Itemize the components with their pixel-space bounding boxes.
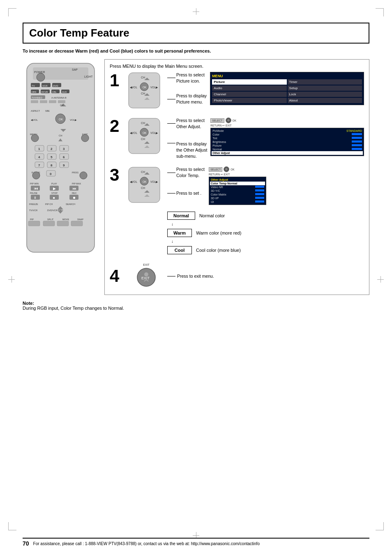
step-2: 2 CH ◀VOL OK VOL▶ CH bbox=[110, 117, 364, 159]
svg-text:A·ANTENNA·B: A·ANTENNA·B bbox=[51, 97, 67, 99]
svg-text:SNAP: SNAP bbox=[77, 218, 83, 221]
step-2-menu: SELECT ⊙ OK RETURN ↩ EXIT PicModeSTANDAR… bbox=[210, 117, 364, 156]
svg-text:PROG: PROG bbox=[72, 171, 78, 174]
corner-mark-tr bbox=[376, 8, 384, 16]
svg-rect-26 bbox=[58, 100, 65, 103]
step-4-instruction: Press to exit menu. bbox=[177, 273, 214, 279]
step-3-number: 3 bbox=[110, 166, 125, 256]
step-3-remote-svg: CH ◀VOL OK VOL▶ CH bbox=[128, 166, 161, 203]
step-1-instruction-bottom: Press to displayPicture menu. bbox=[176, 93, 207, 105]
svg-text:◀VOL: ◀VOL bbox=[130, 86, 137, 89]
cool-box: Cool bbox=[167, 246, 192, 254]
page-content: Color Temp Feature To increase or decrea… bbox=[23, 23, 369, 526]
step-3-right: Press to selectColor Temp. Press to set … bbox=[167, 166, 364, 256]
svg-text:0: 0 bbox=[50, 172, 52, 176]
svg-text:VOL▶: VOL▶ bbox=[150, 86, 158, 89]
svg-rect-97 bbox=[57, 221, 69, 226]
warm-box: Warm bbox=[167, 229, 192, 237]
svg-point-39 bbox=[81, 134, 89, 142]
svg-text:VOL▶: VOL▶ bbox=[150, 180, 158, 183]
svg-text:LIGHT: LIGHT bbox=[84, 75, 93, 78]
instructions-panel: Press MENU to display the Main Menu scre… bbox=[104, 59, 369, 295]
title-box: Color Temp Feature bbox=[23, 23, 369, 44]
note-section: Note: During RGB input, Color Temp chang… bbox=[23, 301, 369, 311]
svg-text:MOVE: MOVE bbox=[62, 218, 69, 221]
color-option-cool: Cool Cool color (more blue) bbox=[167, 246, 364, 254]
svg-text:1: 1 bbox=[38, 147, 40, 151]
step-1: 1 CH ◀VOL OK VOL▶ CH bbox=[110, 72, 364, 110]
content-row: POWER SAP LIGHT TV VCR DVD DBS RCVR C bbox=[23, 59, 369, 295]
svg-text:4: 4 bbox=[38, 155, 40, 159]
svg-rect-98 bbox=[71, 221, 83, 226]
svg-text:3: 3 bbox=[63, 147, 65, 151]
step-3-desc: Press to selectColor Temp. Press to set … bbox=[167, 166, 206, 196]
step-4-right: Press to exit menu. bbox=[167, 273, 364, 279]
remote-container: POWER SAP LIGHT TV VCR DVD DBS RCVR C bbox=[23, 59, 99, 295]
cool-desc: Cool color (more blue) bbox=[196, 248, 241, 253]
arrow-normal-warm: ↓ bbox=[171, 222, 364, 226]
footer-text: For assistance, please call : 1-888-VIEW… bbox=[33, 541, 260, 546]
svg-rect-25 bbox=[49, 100, 56, 103]
step-2-right: Press to selectOther Adjust. Press to di… bbox=[167, 117, 364, 159]
svg-text:REC: REC bbox=[72, 192, 77, 194]
step-3-instruction-top: Press to selectColor Temp. bbox=[176, 166, 205, 178]
svg-text:PIP MAX: PIP MAX bbox=[72, 182, 81, 185]
svg-text:SPLIT: SPLIT bbox=[47, 218, 54, 221]
svg-text:TV/VCR: TV/VCR bbox=[29, 209, 37, 212]
svg-text:CH: CH bbox=[60, 104, 64, 106]
svg-text:DVD: DVD bbox=[53, 85, 58, 87]
step-1-remote: CH ◀VOL OK VOL▶ CH bbox=[128, 72, 165, 110]
svg-text:9: 9 bbox=[63, 164, 65, 167]
svg-text:ASPECT: ASPECT bbox=[31, 110, 40, 112]
step-4-exit-svg: EXIT bbox=[136, 267, 157, 288]
svg-text:◀VOL: ◀VOL bbox=[31, 119, 38, 121]
step-4-number: 4 bbox=[110, 267, 125, 285]
svg-text:CH: CH bbox=[141, 187, 145, 189]
svg-text:SAP: SAP bbox=[72, 68, 78, 71]
svg-text:VCR: VCR bbox=[42, 85, 48, 87]
step-1-remote-svg: CH ◀VOL OK VOL▶ CH bbox=[128, 72, 161, 109]
svg-point-61 bbox=[32, 172, 40, 179]
step-2-number: 2 bbox=[110, 117, 125, 159]
step-3: 3 CH ◀VOL OK VOL▶ CH bbox=[110, 166, 364, 256]
svg-text:5: 5 bbox=[51, 155, 53, 159]
step-1-number: 1 bbox=[110, 72, 125, 110]
remote-svg: POWER SAP LIGHT TV VCR DVD DBS RCVR C bbox=[23, 59, 99, 256]
svg-text:SEARCH: SEARCH bbox=[66, 203, 75, 205]
step-3-menu-area: SELECT ⊙ OK RETURN ↩ EXIT Other Adjust C… bbox=[209, 166, 266, 209]
subtitle: To increase or decrease Warm (red) and C… bbox=[23, 48, 369, 53]
step-2-remote-svg: CH ◀VOL OK VOL▶ CH bbox=[128, 117, 161, 154]
svg-point-65 bbox=[80, 172, 87, 179]
svg-text:PIP WIN: PIP WIN bbox=[30, 182, 39, 185]
color-option-warm: Warm Warm color (more red) bbox=[167, 229, 364, 237]
svg-text:RCVR: RCVR bbox=[42, 91, 48, 93]
corner-mark-bl bbox=[8, 522, 16, 530]
svg-text:CH: CH bbox=[141, 138, 145, 140]
corner-mark-tl bbox=[8, 8, 16, 16]
svg-rect-96 bbox=[43, 221, 55, 226]
corner-mark-br bbox=[376, 522, 384, 530]
svg-text:DBS: DBS bbox=[32, 91, 37, 93]
warm-desc: Warm color (more red) bbox=[196, 230, 241, 235]
step-1-menu: MENU Picture Timer Audio Setup Channel L… bbox=[210, 72, 364, 105]
svg-text:■: ■ bbox=[53, 196, 55, 200]
svg-text:◀VOL: ◀VOL bbox=[130, 131, 137, 134]
svg-text:OK: OK bbox=[59, 118, 63, 121]
note-label: Note: bbox=[23, 301, 34, 306]
svg-text:OK: OK bbox=[143, 180, 147, 183]
svg-text:VOL▶: VOL▶ bbox=[70, 119, 77, 121]
step-4-remote: EXIT EXIT bbox=[128, 263, 165, 289]
arrow-warm-cool: ↓ bbox=[171, 240, 364, 244]
svg-text:8: 8 bbox=[51, 164, 53, 167]
normal-box: Normal bbox=[167, 212, 195, 220]
menu-header-text: Press MENU to display the Main Menu scre… bbox=[110, 64, 364, 69]
svg-text:EXIT: EXIT bbox=[141, 276, 150, 280]
svg-text:PIP CH: PIP CH bbox=[45, 203, 53, 205]
svg-text:7: 7 bbox=[38, 164, 40, 167]
step-1-desc: Press to selectPicture icon. Press to di… bbox=[167, 72, 207, 105]
page-title: Color Temp Feature bbox=[29, 27, 363, 39]
step-2-desc: Press to selectOther Adjust. Press to di… bbox=[167, 117, 207, 159]
step-3-instruction-bottom: Press to set . bbox=[176, 190, 201, 196]
svg-text:CH: CH bbox=[59, 134, 62, 137]
svg-text:▶: ▶ bbox=[53, 187, 56, 191]
